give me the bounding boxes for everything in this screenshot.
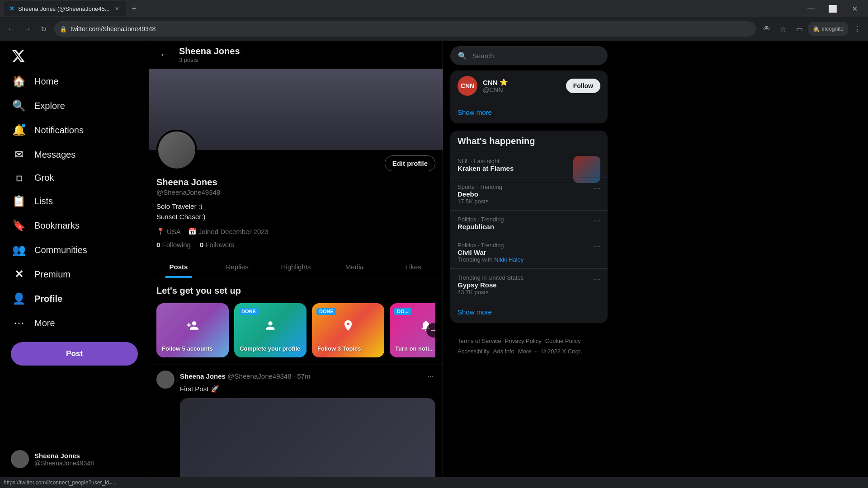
incognito-badge: 🕵 Incognito	[808, 22, 848, 36]
trending-item-gypsyrose[interactable]: ··· Trending in United States Gypsy Rose…	[450, 268, 608, 301]
sidebar-item-lists-label: Lists	[34, 196, 53, 206]
more-options-button[interactable]: ⋮	[850, 22, 864, 36]
trending-item-nhl[interactable]: NHL · Last night Kraken at Flames	[450, 152, 608, 178]
profile-joined: 📅 Joined December 2023	[188, 227, 269, 235]
tab-close-button[interactable]: ✕	[113, 5, 121, 12]
footer-more[interactable]: More ···	[518, 348, 538, 355]
right-sidebar: 🔍 CNN CNN ⭐ @CNN Follow Show more	[443, 41, 615, 477]
post-button[interactable]: Post	[11, 342, 138, 366]
messages-icon: ✉	[13, 148, 25, 161]
nhl-topic: Kraken at Flames	[458, 164, 567, 172]
trending-item-civilwar[interactable]: ··· Politics · Trending Civil War Trendi…	[450, 236, 608, 268]
show-more-suggestions-button[interactable]: Show more	[450, 101, 608, 123]
footer-copyright: © 2023 X Corp.	[542, 348, 582, 355]
tab-posts[interactable]: Posts	[149, 256, 208, 278]
sidebar-item-home[interactable]: 🏠 Home	[5, 70, 143, 93]
sidebar-logo[interactable]	[5, 44, 143, 70]
more-icon: ⋯	[13, 317, 25, 329]
profile-avatar-image	[158, 131, 195, 169]
close-window-button[interactable]: ✕	[844, 1, 864, 16]
sidebar-item-notifications-label: Notifications	[34, 125, 84, 136]
gypsyrose-topic: Gypsy Rose	[458, 281, 600, 289]
search-input[interactable]	[472, 52, 600, 60]
republican-topic: Republican	[458, 223, 600, 230]
footer-cookie[interactable]: Cookie Policy	[545, 338, 581, 344]
setup-card-follow-accounts[interactable]: Follow 5 accounts	[156, 303, 229, 357]
whats-happening-title: What's happening	[450, 131, 608, 152]
gypsyrose-more-button[interactable]: ···	[594, 274, 600, 284]
new-tab-button[interactable]: +	[128, 2, 141, 15]
post-more-button[interactable]: ···	[426, 371, 435, 382]
search-bar[interactable]: 🔍	[450, 46, 608, 65]
back-button[interactable]: ←	[156, 47, 172, 62]
deebo-more-button[interactable]: ···	[594, 183, 600, 193]
following-stat[interactable]: 0 Following	[156, 241, 191, 249]
setup-card-complete-profile[interactable]: DONE Complete your profile	[234, 303, 307, 357]
post-item[interactable]: Sheena Jones @SheenaJone49348 · 57m ··· …	[149, 365, 443, 477]
sidebar-item-premium[interactable]: ✕ Premium	[5, 263, 143, 286]
sidebar-item-more-label: More	[34, 318, 55, 328]
browser-tabs: ✕ Sheena Jones (@SheenaJone45... ✕ + — ⬜…	[0, 0, 868, 17]
sidebar-item-more[interactable]: ⋯ More	[5, 311, 143, 335]
lock-icon: 🔒	[60, 26, 67, 33]
sidebar-item-grok[interactable]: ◻ Grok	[5, 167, 143, 188]
sidebar-item-home-label: Home	[34, 76, 58, 87]
sidebar-item-bookmarks[interactable]: 🔖 Bookmarks	[5, 214, 143, 237]
back-nav-button[interactable]: ←	[4, 22, 18, 36]
bookmarks-icon: 🔖	[13, 219, 25, 232]
sidebar-user[interactable]: Sheena Jones @SheenaJone49348	[5, 445, 143, 474]
sidebar-item-messages-label: Messages	[34, 150, 75, 160]
sidebar-item-communities[interactable]: 👥 Communities	[5, 238, 143, 262]
setup-cards: Follow 5 accounts DONE Complete your pro…	[156, 303, 435, 357]
tab-highlights[interactable]: Highlights	[267, 256, 326, 278]
bio-line1: Solo Traveler :)	[156, 202, 435, 212]
sidebar-item-lists[interactable]: 📋 Lists	[5, 189, 143, 213]
explore-icon: 🔍	[13, 99, 25, 112]
footer-accessibility[interactable]: Accessibility	[458, 348, 490, 355]
sidebar-item-explore[interactable]: 🔍 Explore	[5, 94, 143, 117]
notifications-card-label: Turn on noti...	[395, 345, 434, 352]
republican-more-button[interactable]: ···	[594, 216, 600, 225]
complete-profile-label: Complete your profile	[240, 345, 300, 352]
edit-profile-button[interactable]: Edit profile	[385, 155, 435, 171]
forward-nav-button[interactable]: →	[20, 22, 34, 36]
trending-item-deebo[interactable]: ··· Sports · Trending Deebo 17.5K posts	[450, 178, 608, 210]
address-bar[interactable]: 🔒 twitter.com/SheenaJone49348	[54, 21, 756, 37]
sidebar-item-notifications[interactable]: 🔔 Notifications	[5, 118, 143, 142]
cnn-follow-button[interactable]: Follow	[566, 79, 600, 93]
minimize-button[interactable]: —	[801, 1, 821, 16]
status-bar: https://twitter.com/i/connect_people?use…	[0, 477, 868, 488]
location-icon: 📍	[156, 227, 165, 235]
profile-avatar-area: Edit profile	[149, 150, 443, 191]
trending-item-republican[interactable]: ··· Politics · Trending Republican	[450, 210, 608, 236]
status-url: https://twitter.com/i/connect_people?use…	[4, 479, 117, 486]
cnn-verified-badge: ⭐	[500, 78, 508, 86]
show-more-trending-button[interactable]: Show more	[450, 301, 608, 323]
footer-ads[interactable]: Ads info	[493, 348, 514, 355]
vision-icon[interactable]: 👁	[760, 22, 774, 36]
sidebar-item-profile[interactable]: 👤 Profile	[5, 287, 143, 310]
footer-privacy[interactable]: Privacy Policy	[505, 338, 542, 344]
civilwar-more-button[interactable]: ···	[594, 242, 600, 251]
cnn-name: CNN ⭐	[483, 78, 561, 86]
cnn-follow-item[interactable]: CNN CNN ⭐ @CNN Follow	[450, 70, 608, 101]
post-body: Sheena Jones @SheenaJone49348 · 57m ··· …	[180, 371, 435, 477]
followers-stat[interactable]: 0 Followers	[200, 241, 235, 249]
reload-button[interactable]: ↻	[36, 22, 51, 36]
home-icon: 🏠	[13, 75, 25, 88]
sidebar-item-messages[interactable]: ✉ Messages	[5, 143, 143, 166]
gypsyrose-count: 43.7K posts	[458, 289, 600, 296]
tab-replies[interactable]: Replies	[208, 256, 267, 278]
tab-media[interactable]: Media	[325, 256, 384, 278]
post-image-placeholder	[180, 399, 435, 478]
bookmark-star-icon[interactable]: ☆	[776, 22, 790, 36]
maximize-button[interactable]: ⬜	[823, 1, 843, 16]
followers-count: 0	[200, 241, 203, 249]
footer-terms[interactable]: Terms of Service	[458, 338, 501, 344]
cnn-user-info: CNN ⭐ @CNN	[483, 78, 561, 94]
split-view-icon[interactable]: ▭	[792, 22, 807, 36]
tab-likes[interactable]: Likes	[384, 256, 443, 278]
setup-card-follow-topics[interactable]: DONE Follow 3 Topics	[312, 303, 384, 357]
post-text: First Post 🚀	[180, 384, 435, 394]
active-tab[interactable]: ✕ Sheena Jones (@SheenaJone45... ✕	[4, 1, 126, 16]
